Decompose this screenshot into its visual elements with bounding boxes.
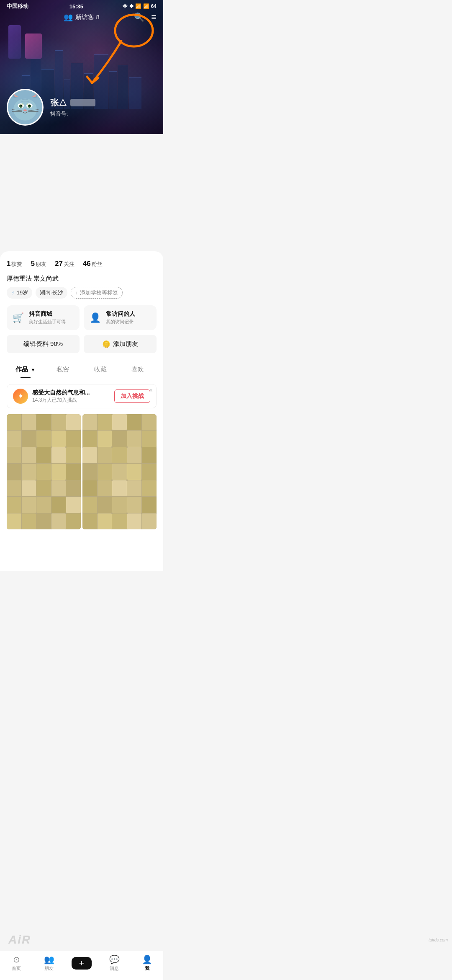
tab-likes[interactable]: 喜欢 bbox=[119, 361, 157, 378]
menu-icon[interactable]: ≡ bbox=[151, 12, 157, 23]
nav-icons-group: 🔍 ≡ bbox=[134, 12, 157, 23]
svg-point-11 bbox=[21, 105, 22, 106]
top-nav: 👥 新访客 8 🔍 ≡ bbox=[0, 13, 163, 22]
challenge-title: 感受大自然的气息和... bbox=[32, 389, 90, 397]
svg-point-13 bbox=[23, 109, 26, 111]
status-icons: 👁 ✱ 📶 📶 64 bbox=[123, 3, 157, 9]
challenge-icon: ✦ bbox=[13, 389, 28, 404]
search-icon[interactable]: 🔍 bbox=[134, 12, 144, 22]
status-bar: 中国移动 15:35 👁 ✱ 📶 📶 64 bbox=[0, 0, 163, 13]
avatar[interactable] bbox=[7, 89, 44, 126]
add-label: 添加学校等标签 bbox=[80, 289, 118, 297]
profile-section: 张△ 抖音号: bbox=[7, 89, 95, 126]
video-grid bbox=[7, 414, 157, 529]
profile-id: 抖音号: bbox=[50, 110, 95, 118]
profile-info: 张△ 抖音号: bbox=[50, 97, 95, 118]
bio-text: 厚德重法 崇文尚武 bbox=[7, 275, 157, 283]
tab-likes-label: 喜欢 bbox=[131, 366, 144, 373]
add-icon: + bbox=[75, 290, 79, 296]
likes-label: 获赞 bbox=[11, 260, 22, 268]
white-card: 1 获赞 5 朋友 27 关注 46 粉丝 厚德重法 崇文尚武 ♂ 19岁 湖南… bbox=[0, 251, 163, 571]
following-label: 关注 bbox=[64, 260, 74, 268]
neon-accent-1 bbox=[25, 34, 42, 59]
tab-arrow: ▼ bbox=[31, 367, 35, 372]
stat-followers[interactable]: 46 粉丝 bbox=[83, 260, 103, 268]
time: 15:35 bbox=[69, 3, 83, 10]
stat-likes[interactable]: 1 获赞 bbox=[7, 260, 22, 268]
visitor-text: 新访客 8 bbox=[75, 13, 100, 21]
carrier-time: 中国移动 bbox=[7, 3, 28, 10]
avatar-svg bbox=[8, 90, 42, 124]
edit-profile-button[interactable]: 编辑资料 90% bbox=[7, 335, 80, 353]
challenge-text: 感受大自然的气息和... 14.3万人已加入挑战 bbox=[32, 389, 90, 404]
friends-number: 5 bbox=[31, 260, 34, 268]
visitors-icon: 👤 bbox=[90, 312, 101, 323]
shop-text: 抖音商城 美好生活触手可得 bbox=[29, 310, 66, 325]
following-number: 27 bbox=[55, 260, 63, 268]
tag-age[interactable]: ♂ 19岁 bbox=[7, 287, 32, 299]
tab-works[interactable]: 作品 ▼ bbox=[7, 361, 44, 378]
neon-accent-2 bbox=[8, 25, 21, 59]
name-censored bbox=[70, 99, 95, 106]
visitors-text: 常访问的人 我的访问记录 bbox=[106, 310, 135, 325]
tag-location[interactable]: 湖南·长沙 bbox=[36, 287, 67, 299]
svg-point-12 bbox=[29, 105, 31, 106]
action-buttons: 编辑资料 90% 🪙 添加朋友 bbox=[7, 335, 157, 353]
followers-label: 粉丝 bbox=[92, 260, 103, 268]
challenge-close-button[interactable]: × bbox=[149, 387, 153, 394]
content-tabs: 作品 ▼ 私密 收藏 喜欢 bbox=[7, 361, 157, 378]
tags-row: ♂ 19岁 湖南·长沙 + 添加学校等标签 bbox=[7, 287, 157, 299]
video-thumb-1[interactable] bbox=[7, 414, 81, 529]
tab-favorites[interactable]: 收藏 bbox=[82, 361, 119, 378]
followers-number: 46 bbox=[83, 260, 91, 268]
challenge-banner: ✦ 感受大自然的气息和... 14.3万人已加入挑战 加入挑战 × bbox=[7, 384, 157, 408]
tag-add-school[interactable]: + 添加学校等标签 bbox=[71, 287, 123, 299]
tab-private-label: 私密 bbox=[56, 366, 69, 373]
stats-row: 1 获赞 5 朋友 27 关注 46 粉丝 bbox=[7, 260, 157, 268]
shop-subtitle: 美好生活触手可得 bbox=[29, 319, 66, 325]
battery: 64 bbox=[151, 3, 157, 9]
video-thumb-2[interactable] bbox=[82, 414, 157, 529]
age-label: 19岁 bbox=[17, 289, 28, 297]
profile-name: 张△ bbox=[50, 97, 95, 108]
hero-cover: 👥 新访客 8 🔍 ≡ bbox=[0, 0, 163, 134]
visitors-card[interactable]: 👤 常访问的人 我的访问记录 bbox=[84, 305, 157, 330]
stat-friends[interactable]: 5 朋友 bbox=[31, 260, 46, 268]
bluetooth-icon: ✱ bbox=[129, 3, 134, 9]
tab-private[interactable]: 私密 bbox=[44, 361, 82, 378]
tab-works-label: 作品 bbox=[15, 366, 28, 373]
likes-number: 1 bbox=[7, 260, 10, 268]
tab-favorites-label: 收藏 bbox=[94, 366, 107, 373]
visitor-icon: 👥 bbox=[64, 13, 73, 22]
shop-icon: 🛒 bbox=[13, 312, 24, 323]
location-label: 湖南·长沙 bbox=[40, 289, 63, 297]
visitors-title: 常访问的人 bbox=[106, 310, 135, 318]
challenge-subtitle: 14.3万人已加入挑战 bbox=[32, 397, 90, 404]
quick-actions: 🛒 抖音商城 美好生活触手可得 👤 常访问的人 我的访问记录 bbox=[7, 305, 157, 330]
shop-card[interactable]: 🛒 抖音商城 美好生活触手可得 bbox=[7, 305, 80, 330]
stat-following[interactable]: 27 关注 bbox=[55, 260, 74, 268]
wifi-icon: 📶 bbox=[135, 3, 141, 9]
shop-title: 抖音商城 bbox=[29, 310, 66, 318]
visitors-subtitle: 我的访问记录 bbox=[106, 319, 135, 325]
join-challenge-button[interactable]: 加入挑战 bbox=[114, 389, 150, 403]
friends-label: 朋友 bbox=[36, 260, 46, 268]
add-friend-button[interactable]: 🪙 添加朋友 bbox=[84, 335, 157, 353]
signal-icon: 📶 bbox=[143, 3, 149, 9]
gender-icon: ♂ bbox=[11, 290, 15, 296]
eye-icon: 👁 bbox=[123, 3, 128, 9]
coin-icon: 🪙 bbox=[102, 340, 110, 348]
visitor-count[interactable]: 👥 新访客 8 bbox=[64, 13, 100, 22]
